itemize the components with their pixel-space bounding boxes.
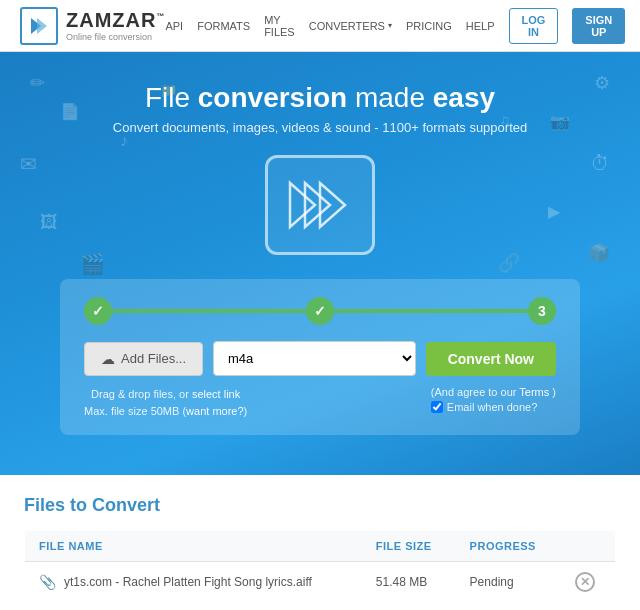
agree-text: (And agree to our xyxy=(431,386,517,398)
doodle-music-icon: ♪ xyxy=(120,132,128,150)
doodle-settings-icon: ⚙ xyxy=(594,72,610,94)
step-2-circle: ✓ xyxy=(306,297,334,325)
nav-converters[interactable]: CONVERTERS ▾ xyxy=(309,20,392,32)
doodle-folder-icon: 📁 xyxy=(160,82,177,98)
doodle-pencil-icon: ✏ xyxy=(30,72,45,94)
logo-area: ZAMZAR™ Online file conversion xyxy=(20,7,165,45)
doodle-play-icon: ▶ xyxy=(548,202,560,221)
controls-row: ☁ Add Files... m4a mp3 ogg wav flac aac … xyxy=(84,341,556,376)
select-link[interactable]: select link xyxy=(192,388,240,400)
doodle-doc-icon: 📄 xyxy=(60,102,80,121)
step-line-2 xyxy=(334,309,528,313)
want-more-link[interactable]: want more? xyxy=(186,405,243,417)
header: ZAMZAR™ Online file conversion API FORMA… xyxy=(0,0,640,52)
terms-link[interactable]: Terms xyxy=(519,386,549,398)
step-1-circle: ✓ xyxy=(84,297,112,325)
email-checkbox[interactable] xyxy=(431,401,443,413)
hero-subtitle: Convert documents, images, videos & soun… xyxy=(20,120,620,135)
step-line-1 xyxy=(112,309,306,313)
login-button[interactable]: LOG IN xyxy=(509,8,559,44)
col-action xyxy=(561,531,615,562)
helper-row: Drag & drop files, or select link Max. f… xyxy=(84,386,556,419)
table-header: FILE NAME FILE SIZE PROGRESS xyxy=(25,531,616,562)
files-section-title: Files to Convert xyxy=(24,495,616,516)
add-files-button[interactable]: ☁ Add Files... xyxy=(84,342,203,376)
step-3-circle: 3 xyxy=(528,297,556,325)
steps-indicator: ✓ ✓ 3 xyxy=(84,297,556,325)
files-table: FILE NAME FILE SIZE PROGRESS 📎 yt1s.com … xyxy=(24,530,616,603)
helper-left: Drag & drop files, or select link Max. f… xyxy=(84,386,247,419)
upload-icon: ☁ xyxy=(101,351,115,367)
col-progress: PROGRESS xyxy=(456,531,562,562)
format-select[interactable]: m4a mp3 ogg wav flac aac wma xyxy=(213,341,416,376)
doodle-link-icon: 🔗 xyxy=(498,252,520,274)
cell-remove: ✕ xyxy=(561,562,615,603)
svg-marker-1 xyxy=(37,18,47,34)
files-section: Files to Convert FILE NAME FILE SIZE PRO… xyxy=(0,475,640,610)
doodle-photo-icon: 📷 xyxy=(550,112,570,131)
converter-panel: ✓ ✓ 3 ☁ Add Files... m4a mp3 ogg wav fla… xyxy=(60,279,580,435)
zamzar-logo-icon xyxy=(20,7,58,45)
nav-formats[interactable]: FORMATS xyxy=(197,20,250,32)
nav-pricing[interactable]: PRICING xyxy=(406,20,452,32)
signup-button[interactable]: SIGN UP xyxy=(572,8,625,44)
doodle-clock-icon: ⏱ xyxy=(590,152,610,175)
doodle-envelope-icon: ✉ xyxy=(20,152,37,176)
table-body: 📎 yt1s.com - Rachel Platten Fight Song l… xyxy=(25,562,616,603)
table-row: 📎 yt1s.com - Rachel Platten Fight Song l… xyxy=(25,562,616,603)
file-icon: 📎 xyxy=(39,574,56,590)
email-check-row: Email when done? xyxy=(431,401,556,413)
helper-right: (And agree to our Terms ) Email when don… xyxy=(431,386,556,413)
logo-text: ZAMZAR™ Online file conversion xyxy=(66,9,165,42)
logo-tagline: Online file conversion xyxy=(66,32,165,42)
nav: API FORMATS MY FILES CONVERTERS ▾ PRICIN… xyxy=(165,8,625,44)
cell-status: Pending xyxy=(456,562,562,603)
doodle-image-icon: 🖼 xyxy=(40,212,58,233)
play-logo xyxy=(265,155,375,255)
svg-marker-4 xyxy=(320,183,345,227)
nav-api[interactable]: API xyxy=(165,20,183,32)
col-filesize: FILE SIZE xyxy=(362,531,456,562)
convert-now-button[interactable]: Convert Now xyxy=(426,342,556,376)
cell-filesize: 51.48 MB xyxy=(362,562,456,603)
nav-myfiles[interactable]: MY FILES xyxy=(264,14,295,38)
filename-text: yt1s.com - Rachel Platten Fight Song lyr… xyxy=(64,575,312,589)
chevron-down-icon: ▾ xyxy=(388,21,392,30)
nav-help[interactable]: HELP xyxy=(466,20,495,32)
email-label: Email when done? xyxy=(447,401,538,413)
doodle-note-icon: ♫ xyxy=(500,112,511,128)
remove-file-button[interactable]: ✕ xyxy=(575,572,595,592)
logo-name: ZAMZAR™ xyxy=(66,9,165,32)
drag-drop-text: Drag & drop files, or xyxy=(91,388,189,400)
cell-filename: 📎 yt1s.com - Rachel Platten Fight Song l… xyxy=(25,562,362,603)
doodle-film-icon: 🎬 xyxy=(80,252,105,276)
hero-section: ✏ 📄 ✉ 🖼 ♪ 📁 🎬 ⚙ 📷 ⏱ ▶ 📦 ♫ 🔗 File convers… xyxy=(0,52,640,475)
agree-close: ) xyxy=(552,386,556,398)
hero-title: File conversion made easy xyxy=(20,82,620,114)
max-size-text: Max. file size 50MB ( xyxy=(84,405,186,417)
doodle-box-icon: 📦 xyxy=(588,242,610,264)
col-filename: FILE NAME xyxy=(25,531,362,562)
